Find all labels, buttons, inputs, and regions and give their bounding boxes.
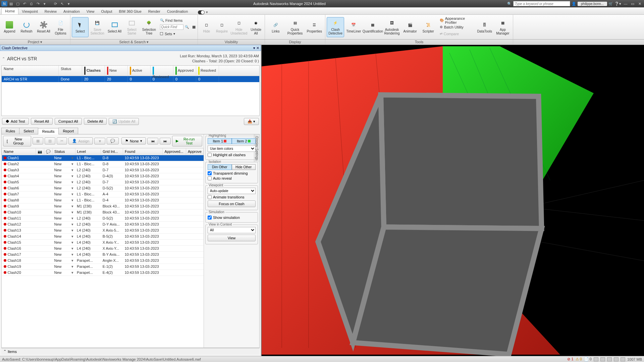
require-button[interactable]: ◻Require [215, 17, 229, 37]
timeliner-button[interactable]: 📅TimeLiner [345, 17, 362, 37]
animate-checkbox[interactable]: Animate transitions [208, 195, 256, 199]
append-button[interactable]: Append [1, 17, 18, 37]
select-same-button[interactable]: Select Same [123, 17, 140, 37]
links-button[interactable]: 🔗Links [266, 17, 285, 37]
clash-row[interactable]: Clash2New▾L1 - Bloc...D-810:43:59 13-03-… [2, 161, 204, 167]
tab-animation[interactable]: Animation [60, 8, 83, 14]
compact-all-button[interactable]: Compact All [55, 118, 82, 125]
qat-save-icon[interactable]: ▢ [15, 1, 21, 6]
col-camera-icon[interactable]: 📷 [36, 148, 44, 155]
status-error-icon[interactable]: ⊘ 1 [567, 357, 573, 361]
compare-button[interactable]: ⇄ Compare [438, 31, 475, 37]
clash-row[interactable]: Clash6New▾L2 (240)D-5(2)10:43:59 13-03-2… [2, 185, 204, 191]
auto-reveal-checkbox[interactable]: Auto reveal [208, 176, 256, 180]
clash-row[interactable]: Clash17New▾L4 (240)B-Y Axis...10:43:59 1… [2, 251, 204, 257]
clash-row[interactable]: Clash9New▾M1 (238)Block 43...10:43:59 13… [2, 203, 204, 209]
update-all-button[interactable]: 🔄 Update All [109, 118, 139, 125]
transparent-dimming-checkbox[interactable]: Transparent dimming [208, 171, 256, 175]
view-context-select[interactable]: All [208, 227, 256, 233]
view-button[interactable]: View [208, 235, 256, 241]
app-manager-button[interactable]: ▦App Manager [494, 17, 512, 37]
minimize-icon[interactable]: — [623, 2, 629, 6]
clash-row[interactable]: Clash4New▾L2 (240)D-4(3)10:43:59 13-03-2… [2, 173, 204, 179]
status-warn-icon[interactable]: ⚠ 0 [576, 357, 582, 361]
3d-viewport[interactable] [262, 45, 644, 356]
datatools-button[interactable]: 🗄DataTools [476, 17, 493, 37]
pencil-icon[interactable] [594, 357, 598, 361]
add-test-button[interactable]: 🞦 Add Test [2, 118, 29, 125]
new-group-button[interactable]: [ New Group [3, 136, 31, 146]
delete-all-button[interactable]: Delete All [84, 118, 107, 125]
hide-button[interactable]: ◻Hide [199, 17, 214, 37]
clash-row[interactable]: Clash15New▾L4 (240)X Axis-Y...10:43:59 1… [2, 239, 204, 245]
subtab-report[interactable]: Report [58, 128, 78, 134]
autodesk-rendering-button[interactable]: 🖼Autodesk Rendering [383, 17, 400, 37]
disk-icon[interactable] [607, 357, 612, 361]
qat-undo-icon[interactable]: ↶ [21, 1, 28, 6]
batch-utility-button[interactable]: ⚙ Batch Utility [438, 24, 475, 30]
focus-on-clash-button[interactable]: Focus on Clash [208, 200, 256, 207]
import-export-button[interactable]: 📥 ▾ [244, 118, 259, 125]
grid-icon[interactable] [600, 357, 605, 361]
item1-toggle[interactable]: Item 1 [208, 138, 232, 144]
tab-output[interactable]: Output [98, 8, 116, 14]
bar2-icon[interactable] [621, 357, 625, 361]
clash-row[interactable]: Clash13New▾L4 (240)X Axis-5...10:43:59 1… [2, 227, 204, 233]
reset-all-tests-button[interactable]: Reset All [31, 118, 53, 125]
help-icon[interactable]: ❔▾ [614, 2, 621, 6]
clash-row[interactable]: Clash1New▾L1 - Bloc...D-810:43:59 13-03-… [2, 155, 204, 161]
dim-other-toggle[interactable]: Dim Other [208, 164, 232, 170]
tab-bim360[interactable]: BIM 360 Glue [116, 8, 145, 14]
clash-row[interactable]: Clash16New▾L4 (240)X Axis-Y...10:43:59 1… [2, 245, 204, 251]
clash-row[interactable]: Clash20New▾Parapet...E-4(2)10:43:59 13-0… [2, 269, 204, 276]
col-comment-icon[interactable]: 💬 [44, 148, 53, 155]
status-info-icon[interactable]: 📄 0 [584, 357, 592, 361]
rerun-test-button[interactable]: ▶ Re-run Test [172, 136, 202, 146]
selection-inspector-icon[interactable]: ▦ [192, 25, 196, 29]
filter-none-button[interactable]: ⚑ None ▾ [121, 137, 146, 144]
clash-detective-button[interactable]: ⚡Clash Detective [327, 17, 344, 37]
select-button[interactable]: Select [72, 17, 89, 37]
viewpoint-select[interactable]: Auto-update [208, 188, 256, 194]
tab-review[interactable]: Review [41, 8, 60, 14]
ribbon-toggle-dd[interactable]: ▾ [206, 10, 208, 14]
explode-icon[interactable]: ✂ [57, 137, 67, 144]
items-bar[interactable]: ⌃ Items [1, 348, 260, 355]
clash-row[interactable]: Clash12New▾L2 (240)D-Y Axis...10:43:59 1… [2, 221, 204, 227]
hide-unselected-button[interactable]: ◻Hide Unselected [230, 17, 248, 37]
tab-coordination[interactable]: Coordination [164, 8, 191, 14]
save-selection-button[interactable]: 💾Save Selection [89, 17, 106, 37]
clash-row[interactable]: Clash8New▾L1 - Bloc...D-410:43:59 13-03-… [2, 197, 204, 203]
scripter-button[interactable]: 📜Scripter [420, 17, 437, 37]
tab-viewpoint[interactable]: Viewpoint [18, 8, 41, 14]
prev-icon[interactable]: ⏮ [147, 138, 158, 144]
panel-titlebar[interactable]: Clash Detective ▾ ✕ [0, 45, 261, 51]
signin-icon[interactable]: 👤 [572, 2, 576, 6]
quick-find[interactable]: 🔍 [159, 24, 190, 30]
tab-view[interactable]: View [83, 8, 98, 14]
test-row[interactable]: ARCH vs STR Done 20 20 0 0 0 0 [2, 76, 259, 82]
quantification-button[interactable]: ▦Quantification [363, 17, 382, 37]
qat-dd-icon[interactable]: ▾ [66, 1, 72, 6]
filter-icon[interactable]: ▼ [94, 138, 105, 144]
restore-icon[interactable]: ▭ [630, 2, 636, 6]
properties-button[interactable]: ☰Properties [305, 17, 324, 37]
selection-tree-button[interactable]: 🌳Selection Tree [141, 17, 157, 37]
group-icon[interactable]: ▦ [33, 137, 43, 144]
search-icon[interactable]: 🔍 [507, 2, 512, 6]
qat-refresh-icon[interactable]: ⟳ [52, 1, 58, 6]
clash-row[interactable]: Clash7New▾L1 - Bloc...A-410:43:59 13-03-… [2, 191, 204, 197]
subtab-rules[interactable]: Rules [1, 128, 19, 134]
file-options-button[interactable]: 📄File Options [52, 17, 69, 37]
subtab-results[interactable]: Results [38, 128, 59, 134]
exchange-icon[interactable]: 🛒 [608, 2, 613, 6]
highlight-mode-select[interactable]: Use item colors [208, 145, 256, 152]
clash-row[interactable]: Clash19New▾Parapet...E-1(2)10:43:59 13-0… [2, 263, 204, 269]
next-icon[interactable]: ⏭ [160, 138, 171, 144]
clash-row[interactable]: Clash5New▾L2 (240)D-710:43:59 13-03-2023 [2, 179, 204, 185]
close-icon[interactable]: ✕ [637, 2, 643, 6]
sets-button[interactable]: 🞎 Sets ▾ [159, 31, 190, 37]
qat-print-icon[interactable]: ⎙ [28, 1, 34, 6]
animator-button[interactable]: 🎬Animator [401, 17, 419, 37]
expand-icon[interactable]: ⌃ [3, 349, 6, 354]
